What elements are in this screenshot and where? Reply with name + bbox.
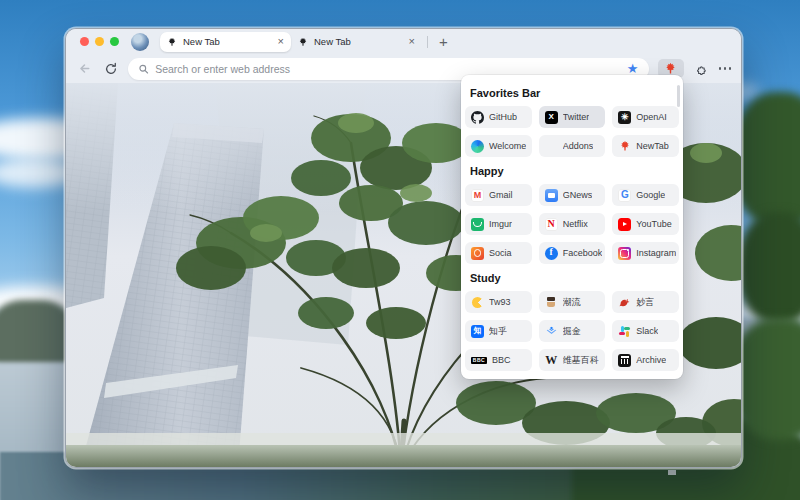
favorite-label: YouTube xyxy=(636,219,671,229)
favorite-label: Google xyxy=(636,190,665,200)
tab-new-tab-inactive[interactable]: New Tab × xyxy=(291,32,422,52)
favorites-panel: Favorites Bar GitHub X Twitter ✳ OpenAI xyxy=(461,75,683,379)
maple-leaf-favicon xyxy=(298,37,308,47)
favorite-newtab[interactable]: NewTab xyxy=(612,135,679,157)
weibo-eye-icon xyxy=(471,247,484,260)
section-title: Happy xyxy=(470,165,679,177)
section-study: Study Tw93 潮流 妙言 知 知乎 xyxy=(465,272,679,371)
tab-title: New Tab xyxy=(183,36,274,47)
refresh-icon[interactable] xyxy=(102,60,119,77)
red-bird-icon xyxy=(618,296,631,309)
tree-foliage xyxy=(732,92,800,227)
favorite-label: Facebook xyxy=(563,248,603,258)
favorite-label: 掘金 xyxy=(563,325,581,338)
extensions-puzzle-icon[interactable] xyxy=(693,60,710,77)
favorite-youtube[interactable]: YouTube xyxy=(612,213,679,235)
favorite-addons[interactable]: Addons xyxy=(539,135,606,157)
bbc-blocks-icon: BBC xyxy=(471,357,487,364)
bookmark-star-icon[interactable]: ★ xyxy=(627,62,639,75)
profile-avatar[interactable] xyxy=(131,33,149,51)
coffee-cup-icon xyxy=(545,296,558,309)
slack-icon xyxy=(618,325,631,338)
pacman-icon xyxy=(471,296,484,309)
favorite-juejin[interactable]: 掘金 xyxy=(539,320,606,342)
section-title: Study xyxy=(470,272,679,284)
favorite-twitter[interactable]: X Twitter xyxy=(539,106,606,128)
maple-leaf-icon xyxy=(618,140,631,153)
facebook-icon: f xyxy=(545,247,558,260)
tab-divider xyxy=(427,36,428,48)
favorite-slack[interactable]: Slack xyxy=(612,320,679,342)
section-favorites-bar: Favorites Bar GitHub X Twitter ✳ OpenAI xyxy=(465,87,679,157)
favorite-label: 维基百科 xyxy=(563,354,599,367)
favorite-miaoyan[interactable]: 妙言 xyxy=(612,291,679,313)
minimize-window-button[interactable] xyxy=(95,37,104,46)
browser-window: New Tab × New Tab × + ★ xyxy=(65,28,742,468)
favorite-imgur[interactable]: Imgur xyxy=(465,213,532,235)
favorite-label: Twitter xyxy=(563,112,590,122)
favorite-label: Slack xyxy=(636,326,658,336)
favorite-label: GNews xyxy=(563,190,593,200)
more-menu-icon[interactable] xyxy=(719,67,732,70)
address-input[interactable] xyxy=(155,63,621,75)
favorite-label: Archive xyxy=(636,355,666,365)
favorite-label: 潮流 xyxy=(563,296,581,309)
favorite-label: Netflix xyxy=(563,219,588,229)
ground-strip xyxy=(66,445,741,468)
netflix-icon: N xyxy=(545,218,558,231)
favorite-chaoliu[interactable]: 潮流 xyxy=(539,291,606,313)
panel-scrollbar[interactable] xyxy=(677,85,680,107)
google-g-icon: G xyxy=(618,189,631,202)
favorite-label: Imgur xyxy=(489,219,512,229)
section-happy: Happy M Gmail GNews G Google Imgur xyxy=(465,165,679,264)
favorite-netflix[interactable]: N Netflix xyxy=(539,213,606,235)
tab-close-icon[interactable]: × xyxy=(278,36,284,47)
tab-bar: New Tab × New Tab × + xyxy=(66,29,741,54)
favorite-google[interactable]: G Google xyxy=(612,184,679,206)
tab-new-tab-active[interactable]: New Tab × xyxy=(160,32,291,52)
favorite-label: Socia xyxy=(489,248,512,258)
google-news-icon xyxy=(545,189,558,202)
tab-close-icon[interactable]: × xyxy=(409,36,415,47)
favorite-facebook[interactable]: f Facebook xyxy=(539,242,606,264)
close-window-button[interactable] xyxy=(80,37,89,46)
favorite-github[interactable]: GitHub xyxy=(465,106,532,128)
favorite-label: NewTab xyxy=(636,141,669,151)
favorites-grid: M Gmail GNews G Google Imgur N Netfl xyxy=(465,184,679,264)
internet-archive-icon xyxy=(618,354,631,367)
back-icon[interactable] xyxy=(76,60,93,77)
favorite-zhihu[interactable]: 知 知乎 xyxy=(465,320,532,342)
zhihu-icon: 知 xyxy=(471,325,484,338)
zoom-window-button[interactable] xyxy=(110,37,119,46)
imgur-icon xyxy=(471,218,484,231)
gmail-icon: M xyxy=(471,189,484,202)
favorite-label: 妙言 xyxy=(636,296,654,309)
maple-leaf-favicon xyxy=(167,37,177,47)
tree-foliage xyxy=(738,212,800,324)
favorite-socia[interactable]: Socia xyxy=(465,242,532,264)
favorite-wikipedia[interactable]: W 维基百科 xyxy=(539,349,606,371)
favorite-bbc[interactable]: BBC BBC xyxy=(465,349,532,371)
house xyxy=(668,470,676,475)
new-tab-button[interactable]: + xyxy=(435,34,452,49)
favorite-gnews[interactable]: GNews xyxy=(539,184,606,206)
favorite-tw93[interactable]: Tw93 xyxy=(465,291,532,313)
twitter-x-icon: X xyxy=(545,111,558,124)
wikipedia-w-icon: W xyxy=(545,354,558,367)
favorites-grid: GitHub X Twitter ✳ OpenAI Welcome Addons xyxy=(465,106,679,157)
favorite-gmail[interactable]: M Gmail xyxy=(465,184,532,206)
section-title: Favorites Bar xyxy=(470,87,679,99)
favorite-openai[interactable]: ✳ OpenAI xyxy=(612,106,679,128)
favorite-label: GitHub xyxy=(489,112,517,122)
maple-leaf-icon xyxy=(664,62,677,75)
ground-haze xyxy=(66,433,741,447)
favorite-archive[interactable]: Archive xyxy=(612,349,679,371)
favorite-instagram[interactable]: Instagram xyxy=(612,242,679,264)
favorite-label: Instagram xyxy=(636,248,676,258)
search-icon xyxy=(138,63,149,75)
favorites-grid: Tw93 潮流 妙言 知 知乎 xyxy=(465,291,679,371)
juejin-diamond-icon xyxy=(545,325,558,338)
openai-icon: ✳ xyxy=(618,111,631,124)
tab-title: New Tab xyxy=(314,36,405,47)
favorite-welcome[interactable]: Welcome xyxy=(465,135,532,157)
